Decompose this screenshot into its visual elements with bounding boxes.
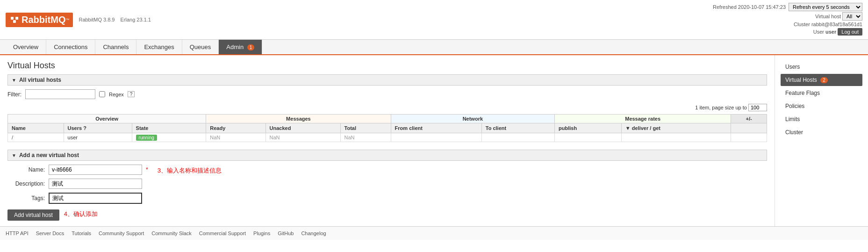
vhost-deliver-get <box>621 133 731 142</box>
submit-row: Add virtual host 4、确认添加 <box>7 208 148 221</box>
erlang-version: Erlang 23.1.1 <box>120 17 151 22</box>
name-input[interactable] <box>49 165 142 175</box>
footer: HTTP API Server Docs Tutorials Community… <box>0 226 868 240</box>
sidebar-item-cluster[interactable]: Cluster <box>781 126 862 138</box>
name-label: Name: <box>7 166 45 173</box>
table-row: / user running NaN NaN NaN <box>8 133 767 142</box>
th-actions <box>731 123 767 133</box>
sidebar-item-users[interactable]: Users <box>781 61 862 73</box>
content: Virtual Hosts ▼ All virtual hosts Filter… <box>0 55 775 226</box>
form-annotation-text: 3、输入名称和描述信息 <box>158 167 222 174</box>
vhosts-table: Overview Messages Network Message rates … <box>7 114 767 142</box>
footer-commercial-support[interactable]: Commercial Support <box>199 230 246 236</box>
users-help-icon[interactable]: ? <box>83 125 86 131</box>
user-row: User user Log out <box>713 28 862 36</box>
version-info: RabbitMQ 3.8.9 Erlang 23.1.1 <box>79 17 151 22</box>
page-title: Virtual Hosts <box>7 61 767 71</box>
vhost-ready: NaN <box>206 133 265 142</box>
nav-connections[interactable]: Connections <box>46 40 95 54</box>
all-vhosts-label: All virtual hosts <box>19 77 61 83</box>
main: Virtual Hosts ▼ All virtual hosts Filter… <box>0 55 868 226</box>
state-badge: running <box>136 135 157 141</box>
cluster-row: Cluster rabbit@83af18a561d1 <box>713 22 862 27</box>
sidebar-item-virtual-hosts[interactable]: Virtual Hosts 2 <box>781 74 862 86</box>
logo-text: RabbitMQ <box>22 14 65 25</box>
sidebar-item-feature-flags[interactable]: Feature Flags <box>781 87 862 99</box>
filter-row: Filter: Regex ? <box>7 89 767 99</box>
svg-rect-1 <box>11 17 14 20</box>
footer-server-docs[interactable]: Server Docs <box>36 230 65 236</box>
svg-rect-3 <box>13 20 16 23</box>
sidebar-item-limits[interactable]: Limits <box>781 113 862 125</box>
svg-rect-0 <box>9 14 20 25</box>
page-size-row: 1 item, page size up to <box>7 104 767 111</box>
refresh-select[interactable]: Refresh every 5 seconds Refresh every 10… <box>789 3 862 11</box>
th-group-plus-minus: +/- <box>731 115 767 123</box>
add-vhost-button[interactable]: Add virtual host <box>7 209 59 221</box>
vhost-to-client <box>481 133 554 142</box>
th-from-client: From client <box>391 123 481 133</box>
regex-label: Regex <box>109 92 124 97</box>
add-vhost-section-header[interactable]: ▼ Add a new virtual host <box>7 150 767 161</box>
th-state: State <box>132 123 206 133</box>
footer-community-slack[interactable]: Community Slack <box>151 230 192 236</box>
vhost-name-link[interactable]: / <box>12 135 13 140</box>
footer-http-api[interactable]: HTTP API <box>6 230 29 236</box>
nav-admin[interactable]: Admin 1 <box>219 40 262 54</box>
add-vhost-section: ▼ Add a new virtual host Name: * Descrip… <box>7 150 767 221</box>
logout-button[interactable]: Log out <box>838 28 862 36</box>
vhost-total: NaN <box>340 133 391 142</box>
nav-channels[interactable]: Channels <box>95 40 136 54</box>
virtual-host-label: Virtual host <box>815 14 841 19</box>
tags-label: Tags: <box>7 195 45 202</box>
cluster-label: Cluster <box>794 22 810 27</box>
user-label: User <box>813 29 824 35</box>
page-size-input[interactable] <box>748 104 767 111</box>
regex-checkbox[interactable] <box>99 91 105 97</box>
desc-input[interactable] <box>49 179 142 189</box>
add-section-arrow-icon: ▼ <box>12 153 16 158</box>
admin-badge: 1 <box>247 44 255 50</box>
nav-queues[interactable]: Queues <box>182 40 219 54</box>
footer-community-support[interactable]: Community Support <box>99 230 144 236</box>
virtual-host-select[interactable]: All / <box>842 12 862 21</box>
sidebar: Users Virtual Hosts 2 Feature Flags Poli… <box>775 55 868 226</box>
th-publish: publish <box>555 123 622 133</box>
footer-changelog[interactable]: Changelog <box>301 230 326 236</box>
add-vhost-label: Add a new virtual host <box>19 152 79 158</box>
footer-plugins[interactable]: Plugins <box>253 230 270 236</box>
name-row: Name: * <box>7 165 148 175</box>
footer-tutorials[interactable]: Tutorials <box>72 230 91 236</box>
logo-tm: ™ <box>65 18 69 22</box>
filter-label: Filter: <box>7 91 22 98</box>
th-unacked: Unacked <box>265 123 340 133</box>
required-star: * <box>146 166 148 173</box>
th-total: Total <box>340 123 391 133</box>
vhost-actions <box>731 133 767 142</box>
th-group-rates: Message rates <box>555 115 731 123</box>
refresh-area: Refreshed 2020-10-07 15:47:23 Refresh ev… <box>713 3 862 11</box>
all-vhosts-section-header[interactable]: ▼ All virtual hosts <box>7 74 767 86</box>
nav-exchanges[interactable]: Exchanges <box>136 40 182 54</box>
filter-input[interactable] <box>25 89 95 99</box>
rabbitmq-version: RabbitMQ 3.8.9 <box>79 17 115 22</box>
refreshed-timestamp: Refreshed 2020-10-07 15:47:23 <box>713 4 786 10</box>
vhost-users: user <box>64 133 132 142</box>
virtual-host-row: Virtual host All / <box>713 12 862 21</box>
add-vhost-form: Name: * Description: Tags: Add virtual h… <box>7 165 148 221</box>
vhost-publish <box>555 133 622 142</box>
svg-rect-2 <box>15 17 18 20</box>
th-group-overview: Overview <box>8 115 206 123</box>
tags-row: Tags: <box>7 193 148 204</box>
footer-github[interactable]: GitHub <box>278 230 294 236</box>
nav-overview[interactable]: Overview <box>6 40 46 54</box>
regex-help-icon[interactable]: ? <box>128 91 135 97</box>
logo-area: RabbitMQ ™ RabbitMQ 3.8.9 Erlang 23.1.1 <box>6 13 151 27</box>
rabbitmq-logo-icon <box>9 14 20 25</box>
desc-row: Description: <box>7 179 148 189</box>
tags-input[interactable] <box>49 193 142 204</box>
nav: Overview Connections Channels Exchanges … <box>0 40 868 55</box>
th-to-client: To client <box>481 123 554 133</box>
th-group-messages: Messages <box>206 115 391 123</box>
sidebar-item-policies[interactable]: Policies <box>781 100 862 112</box>
